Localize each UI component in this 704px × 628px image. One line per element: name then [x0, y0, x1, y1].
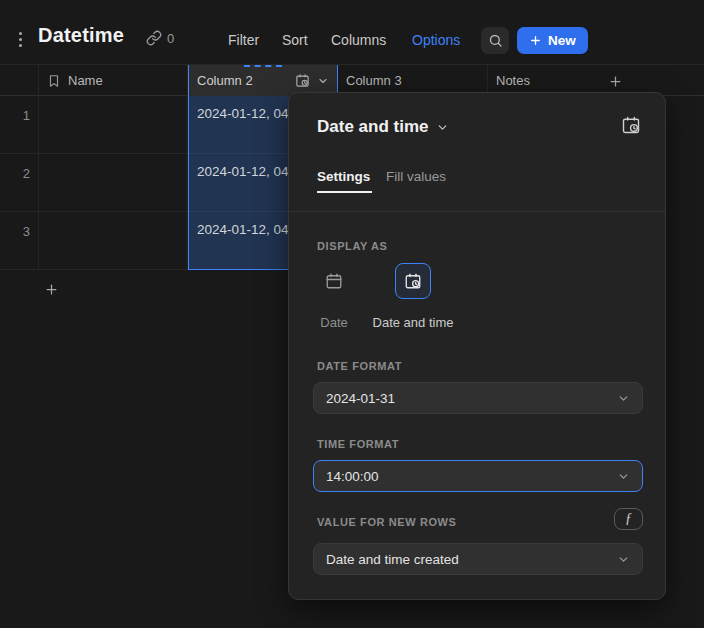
column-header-label: Notes [496, 73, 530, 88]
toolbar: Datetime 0 Filter Sort Columns Options N… [0, 0, 704, 60]
calendar-icon [325, 272, 343, 290]
link-count[interactable]: 0 [146, 30, 174, 46]
row-number: 1 [0, 108, 30, 123]
field-type-label: Date and time [317, 117, 428, 137]
field-type-selector[interactable]: Date and time [317, 117, 449, 137]
column-header-name[interactable]: Name [38, 65, 188, 96]
row-number: 3 [0, 224, 30, 239]
plus-icon [529, 34, 542, 47]
calendar-clock-icon [621, 115, 641, 135]
search-icon [488, 33, 503, 48]
time-format-label: TIME FORMAT [317, 438, 399, 450]
toolbar-options[interactable]: Options [412, 32, 460, 48]
link-count-value: 0 [167, 31, 174, 46]
link-icon [146, 30, 162, 46]
active-tab-underline [317, 191, 372, 193]
toolbar-sort[interactable]: Sort [282, 32, 308, 48]
display-option-label: Date and time [373, 315, 454, 330]
chevron-down-icon [436, 121, 449, 134]
table-row: 2 2024-01-12, 04:59:53 [0, 154, 288, 212]
date-format-label: DATE FORMAT [317, 360, 402, 372]
column-header-label: Column 2 [197, 73, 253, 88]
tab-fill-values[interactable]: Fill values [386, 169, 446, 184]
app-window: Datetime 0 Filter Sort Columns Options N… [0, 0, 704, 628]
cell-name[interactable] [38, 154, 188, 212]
calendar-clock-icon [295, 73, 310, 88]
display-as-label: DISPLAY AS [317, 240, 387, 252]
column-header-label: Column 3 [346, 73, 402, 88]
time-format-value: 14:00:00 [326, 469, 617, 484]
display-option-date-and-time[interactable]: Date and time [395, 263, 431, 299]
toolbar-filter[interactable]: Filter [228, 32, 259, 48]
chevron-down-icon [617, 470, 630, 483]
page-title: Datetime [38, 24, 124, 47]
function-icon[interactable]: ƒ [614, 508, 643, 530]
date-format-value: 2024-01-31 [326, 391, 617, 406]
add-row-button[interactable] [40, 278, 62, 300]
time-format-select[interactable]: 14:00:00 [313, 460, 643, 492]
toolbar-columns[interactable]: Columns [331, 32, 386, 48]
bookmark-icon [47, 74, 61, 88]
row-number: 2 [0, 166, 30, 181]
date-format-select[interactable]: 2024-01-31 [313, 382, 643, 414]
calendar-clock-icon [404, 272, 422, 290]
cell-name[interactable] [38, 96, 188, 154]
tab-settings[interactable]: Settings [317, 169, 370, 184]
display-option-date[interactable]: Date [316, 263, 352, 299]
new-record-button[interactable]: New [517, 27, 588, 54]
cell-name[interactable] [38, 212, 188, 270]
chevron-down-icon [617, 392, 630, 405]
new-rows-value-select[interactable]: Date and time created [313, 543, 643, 575]
divider [289, 211, 665, 212]
column-header-label: Name [68, 73, 103, 88]
new-button-label: New [548, 33, 576, 48]
new-rows-value: Date and time created [326, 552, 617, 567]
column-drag-indicator [244, 65, 282, 67]
search-button[interactable] [481, 27, 509, 54]
add-column-button[interactable] [604, 70, 626, 92]
field-settings-panel: Date and time Settings Fill values DISPL… [288, 92, 666, 600]
kebab-menu-icon[interactable] [12, 28, 28, 50]
display-option-label: Date [320, 315, 347, 330]
chevron-down-icon [617, 553, 630, 566]
table-row: 3 2024-01-12, 04:59:53 [0, 212, 288, 270]
chevron-down-icon[interactable] [317, 75, 329, 87]
value-for-new-rows-label: VALUE FOR NEW ROWS [317, 516, 457, 528]
table-row: 1 2024-01-12, 04:59:53 [0, 96, 288, 154]
